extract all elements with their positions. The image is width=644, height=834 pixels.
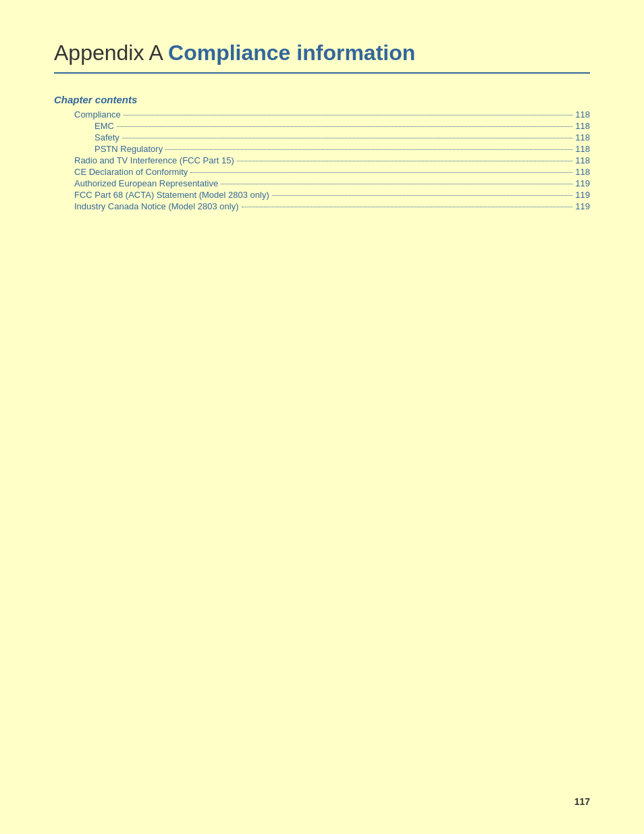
toc-page-number: 118 (575, 155, 590, 165)
toc-page-number: 118 (575, 109, 590, 120)
toc-dots (165, 149, 572, 150)
page-title-bold: Compliance information (168, 41, 415, 65)
toc-item[interactable]: Safety118 (54, 132, 590, 142)
toc-label[interactable]: Industry Canada Notice (Model 2803 only) (74, 201, 239, 211)
page-number: 117 (574, 796, 590, 807)
toc-item[interactable]: PSTN Regulatory118 (54, 144, 590, 154)
toc-label[interactable]: Compliance (74, 109, 121, 120)
toc-item[interactable]: FCC Part 68 (ACTA) Statement (Model 2803… (54, 190, 590, 200)
chapter-contents-heading: Chapter contents (54, 94, 590, 105)
toc-page-number: 119 (575, 190, 590, 200)
page-title: Appendix A Compliance information (54, 41, 590, 66)
toc-item[interactable]: Authorized European Representative119 (54, 178, 590, 188)
toc-page-number: 118 (575, 144, 590, 154)
toc-item[interactable]: Radio and TV Interference (FCC Part 15)1… (54, 155, 590, 165)
toc-label[interactable]: Authorized European Representative (74, 178, 218, 188)
toc-item[interactable]: EMC118 (54, 121, 590, 131)
toc-item[interactable]: Compliance118 (54, 109, 590, 120)
toc-container: Chapter contents Compliance118EMC118Safe… (54, 94, 590, 211)
toc-label[interactable]: PSTN Regulatory (95, 144, 163, 154)
toc-page-number: 119 (575, 201, 590, 211)
toc-list: Compliance118EMC118Safety118PSTN Regulat… (54, 109, 590, 211)
page: Appendix A Compliance information Chapte… (0, 0, 644, 834)
page-title-prefix: Appendix A (54, 41, 168, 65)
toc-label[interactable]: FCC Part 68 (ACTA) Statement (Model 2803… (74, 190, 269, 200)
toc-dots (242, 207, 573, 207)
toc-dots (272, 195, 573, 196)
toc-item[interactable]: Industry Canada Notice (Model 2803 only)… (54, 201, 590, 211)
toc-page-number: 119 (575, 178, 590, 188)
toc-label[interactable]: Radio and TV Interference (FCC Part 15) (74, 155, 234, 165)
toc-dots (237, 161, 573, 161)
toc-dots (122, 138, 572, 138)
toc-page-number: 118 (575, 121, 590, 131)
page-header: Appendix A Compliance information (54, 41, 590, 74)
toc-label[interactable]: CE Declaration of Conformity (74, 167, 188, 177)
toc-label[interactable]: Safety (95, 132, 119, 142)
toc-dots (117, 126, 572, 127)
toc-label[interactable]: EMC (95, 121, 114, 131)
toc-dots (190, 172, 572, 173)
toc-page-number: 118 (575, 167, 590, 177)
toc-page-number: 118 (575, 132, 590, 142)
toc-item[interactable]: CE Declaration of Conformity118 (54, 167, 590, 177)
toc-dots (221, 184, 572, 184)
toc-dots (124, 115, 573, 115)
